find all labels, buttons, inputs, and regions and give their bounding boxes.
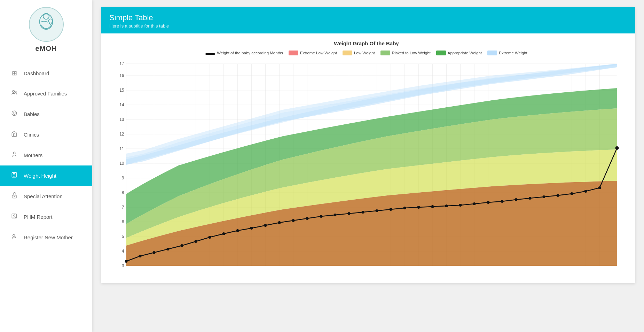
legend-swatch-low-weight bbox=[343, 51, 352, 55]
svg-point-92 bbox=[278, 221, 281, 224]
card-header: Simple Table Here is a subtitle for this… bbox=[101, 7, 635, 33]
sidebar-item-register-new-mother[interactable]: Register New Mother bbox=[0, 227, 92, 248]
svg-point-4 bbox=[15, 91, 17, 93]
svg-point-104 bbox=[445, 204, 448, 207]
svg-point-101 bbox=[403, 207, 406, 209]
svg-point-85 bbox=[181, 244, 183, 247]
svg-text:17: 17 bbox=[119, 61, 124, 66]
logo-circle bbox=[29, 7, 64, 42]
sidebar-label-mothers: Mothers bbox=[24, 152, 42, 158]
svg-point-2 bbox=[48, 19, 53, 23]
svg-point-11 bbox=[14, 196, 15, 197]
svg-point-90 bbox=[250, 227, 253, 230]
sidebar-label-register-new-mother: Register New Mother bbox=[24, 234, 73, 240]
svg-point-97 bbox=[348, 212, 351, 215]
chart-title: Weight Graph Of the Baby bbox=[104, 40, 628, 46]
sidebar-item-approved-families[interactable]: Approved Families bbox=[0, 83, 92, 104]
legend-swatch-line bbox=[205, 53, 215, 55]
sidebar-label-babies: Babies bbox=[24, 111, 40, 117]
main-content: Simple Table Here is a subtitle for this… bbox=[92, 0, 644, 332]
sidebar-label-weight-height: Weight Height bbox=[24, 173, 56, 179]
clinics-icon bbox=[10, 131, 18, 139]
svg-point-109 bbox=[515, 198, 518, 201]
legend-label-extreme-weight: Extreme Weight bbox=[499, 51, 527, 55]
svg-point-111 bbox=[543, 195, 545, 198]
svg-point-116 bbox=[615, 146, 619, 150]
app-logo: eMOH bbox=[29, 7, 64, 53]
svg-point-113 bbox=[571, 192, 573, 195]
svg-point-112 bbox=[557, 194, 559, 197]
svg-point-110 bbox=[529, 197, 532, 200]
legend-label-low-weight: Low Weight bbox=[354, 51, 375, 55]
phm-report-icon bbox=[10, 213, 18, 221]
legend-item-line: Weight of the baby according Months bbox=[205, 51, 283, 55]
legend-label-extreme-low: Extreme Low Weight bbox=[300, 51, 337, 55]
svg-point-100 bbox=[390, 208, 392, 211]
svg-text:15: 15 bbox=[119, 88, 124, 93]
svg-point-81 bbox=[125, 260, 128, 263]
sidebar-label-special-attention: Special Attention bbox=[24, 193, 63, 199]
card-subtitle: Here is a subtitle for this table bbox=[109, 23, 627, 29]
logo-svg bbox=[31, 10, 61, 39]
legend-label-line: Weight of the baby according Months bbox=[217, 51, 283, 55]
weight-chart-svg: 3 4 5 6 7 8 9 10 11 12 13 14 15 16 bbox=[104, 60, 628, 276]
sidebar-item-special-attention[interactable]: Special Attention bbox=[0, 186, 92, 207]
svg-point-103 bbox=[431, 205, 434, 208]
sidebar-item-clinics[interactable]: Clinics bbox=[0, 124, 92, 145]
sidebar-label-approved-families: Approved Families bbox=[24, 91, 67, 96]
svg-point-106 bbox=[473, 202, 476, 205]
sidebar-item-babies[interactable]: Babies bbox=[0, 104, 92, 124]
svg-point-7 bbox=[15, 113, 15, 113]
svg-point-105 bbox=[459, 204, 462, 207]
svg-point-84 bbox=[167, 248, 170, 250]
svg-point-107 bbox=[487, 201, 490, 204]
svg-point-82 bbox=[139, 255, 142, 257]
chart-legend: Weight of the baby according Months Extr… bbox=[104, 51, 628, 55]
sidebar-label-dashboard: Dashboard bbox=[24, 70, 49, 76]
sidebar-item-dashboard[interactable]: ⊞ Dashboard bbox=[0, 63, 92, 83]
svg-text:5: 5 bbox=[122, 234, 124, 239]
svg-text:7: 7 bbox=[122, 205, 124, 210]
sidebar: eMOH ⊞ Dashboard Approved Families Babie… bbox=[0, 0, 92, 332]
legend-item-appropriate: Appropriate Weight bbox=[436, 51, 482, 55]
svg-text:14: 14 bbox=[119, 102, 124, 107]
chart-container: 3 4 5 6 7 8 9 10 11 12 13 14 15 16 bbox=[104, 60, 628, 276]
svg-text:11: 11 bbox=[119, 146, 124, 151]
svg-point-89 bbox=[236, 229, 239, 232]
svg-text:10: 10 bbox=[119, 161, 124, 166]
legend-item-extreme-weight: Extreme Weight bbox=[487, 51, 527, 55]
card-title: Simple Table bbox=[109, 13, 627, 22]
sidebar-item-weight-height[interactable]: Weight Height bbox=[0, 165, 92, 186]
svg-point-13 bbox=[14, 215, 15, 216]
svg-point-102 bbox=[417, 206, 420, 209]
dashboard-icon: ⊞ bbox=[10, 69, 18, 77]
legend-swatch-extreme-low bbox=[289, 51, 298, 55]
sidebar-label-clinics: Clinics bbox=[24, 132, 39, 138]
svg-point-87 bbox=[209, 236, 211, 239]
svg-point-94 bbox=[306, 217, 309, 220]
svg-point-96 bbox=[334, 214, 337, 216]
legend-item-risked: Risked to Low Weight bbox=[380, 51, 431, 55]
legend-label-risked: Risked to Low Weight bbox=[392, 51, 431, 55]
svg-text:3: 3 bbox=[122, 263, 124, 268]
svg-point-3 bbox=[13, 90, 15, 92]
svg-point-114 bbox=[584, 190, 587, 193]
svg-point-14 bbox=[13, 234, 15, 237]
svg-point-115 bbox=[598, 186, 601, 189]
svg-text:4: 4 bbox=[122, 249, 124, 254]
svg-point-6 bbox=[13, 113, 14, 113]
app-title: eMOH bbox=[36, 45, 57, 53]
svg-text:12: 12 bbox=[119, 132, 124, 137]
legend-swatch-extreme-weight bbox=[487, 51, 497, 55]
chart-card: Simple Table Here is a subtitle for this… bbox=[101, 7, 635, 283]
svg-point-83 bbox=[153, 251, 156, 254]
approved-families-icon bbox=[10, 90, 18, 98]
special-attention-icon bbox=[10, 192, 18, 200]
sidebar-item-mothers[interactable]: Mothers bbox=[0, 145, 92, 165]
legend-item-low-weight: Low Weight bbox=[343, 51, 375, 55]
legend-swatch-risked bbox=[380, 51, 390, 55]
svg-text:9: 9 bbox=[122, 176, 124, 180]
svg-point-5 bbox=[12, 111, 17, 116]
svg-point-108 bbox=[501, 200, 504, 203]
sidebar-item-phm-report[interactable]: PHM Report bbox=[0, 207, 92, 227]
